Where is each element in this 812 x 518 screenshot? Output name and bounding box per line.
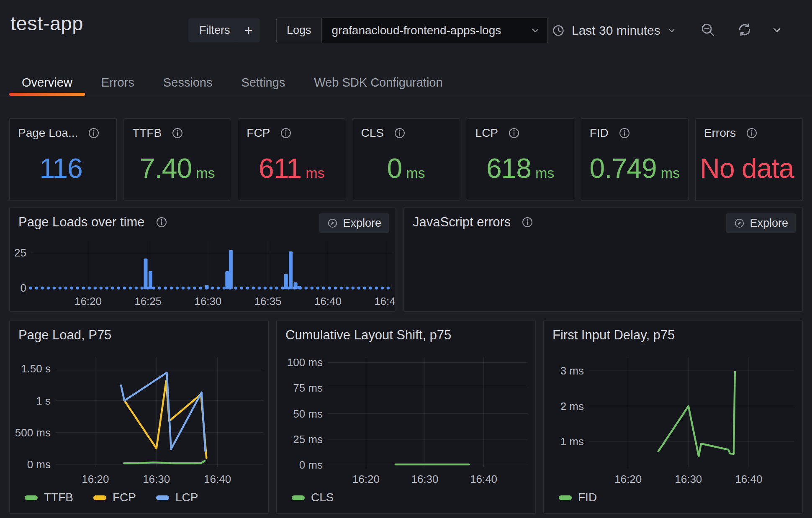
stat-value: 0 [387, 152, 402, 184]
tab-errors[interactable]: Errors [89, 71, 147, 94]
legend-item-lcp[interactable]: LCP [156, 491, 198, 504]
refresh-icon [737, 22, 753, 38]
info-icon[interactable] [280, 127, 292, 139]
chart-legend: FID [559, 491, 597, 504]
time-range-picker[interactable]: Last 30 minutes [552, 21, 676, 40]
cls-chart[interactable]: 16:2016:3016:400 ms25 ms50 ms75 ms100 ms [277, 321, 535, 513]
svg-text:16:40: 16:40 [314, 295, 342, 308]
info-icon[interactable] [618, 127, 631, 139]
svg-text:16:40: 16:40 [470, 473, 497, 485]
stat-value: 116 [39, 152, 82, 184]
stat-title: Page Loa... [18, 126, 78, 140]
svg-text:16:30: 16:30 [143, 473, 170, 485]
legend-item-fid[interactable]: FID [559, 491, 597, 504]
stat-value: 0.749 [590, 152, 657, 184]
filters-button[interactable]: Filters [188, 18, 241, 42]
svg-text:2 ms: 2 ms [560, 400, 584, 413]
page-loads-over-time-panel: Page Loads over time Explore 16:2016:251… [9, 207, 396, 312]
logs-datasource-select[interactable]: grafanacloud-frontend-apps-logs [322, 18, 548, 43]
info-icon[interactable] [393, 127, 406, 139]
tab-sessions[interactable]: Sessions [151, 71, 225, 94]
chart-legend: CLS [292, 491, 334, 504]
stat-title: Errors [704, 126, 736, 140]
svg-text:16:35: 16:35 [254, 295, 282, 308]
info-icon[interactable] [508, 127, 520, 139]
svg-text:16:30: 16:30 [411, 473, 438, 485]
stat-unit: ms [535, 165, 554, 181]
explore-label: Explore [750, 217, 788, 230]
svg-text:25: 25 [14, 246, 26, 259]
stat-value: 7.40 [140, 152, 192, 184]
first-input-delay-panel: First Input Delay, p75 16:2016:3016:401 … [543, 320, 803, 514]
zoom-out-button[interactable] [700, 22, 716, 39]
stat-value: No data [700, 152, 794, 184]
explore-label: Explore [343, 217, 381, 230]
page-load-p75-chart[interactable]: 16:2016:3016:400 ms500 ms1 s1.50 s [10, 321, 268, 513]
javascript-errors-panel: JavaScript errors Explore [403, 207, 803, 312]
svg-text:1 ms: 1 ms [560, 435, 584, 448]
time-range-label: Last 30 minutes [572, 23, 660, 38]
panel-title: Page Load, P75 [18, 328, 111, 343]
info-icon[interactable] [87, 127, 100, 139]
svg-text:16:25: 16:25 [134, 295, 162, 308]
zoom-out-icon [700, 22, 716, 38]
clock-icon [552, 24, 565, 37]
chevron-down-icon [530, 25, 541, 36]
svg-text:16:20: 16:20 [82, 473, 109, 485]
svg-text:16:40: 16:40 [204, 473, 231, 485]
explore-button[interactable]: Explore [319, 213, 389, 233]
logs-label: Logs [276, 18, 322, 43]
legend-item-ttfb[interactable]: TTFB [25, 491, 73, 504]
svg-text:75 ms: 75 ms [293, 382, 323, 394]
cumulative-layout-shift-panel: Cumulative Layout Shift, p75 16:2016:301… [276, 320, 536, 514]
compass-icon [327, 218, 338, 229]
tab-settings[interactable]: Settings [229, 71, 298, 94]
tab-label: Settings [241, 76, 285, 90]
stats-row: Page Loa... 116 TTFB 7.40ms FCP 611ms CL… [9, 118, 803, 201]
tabs-divider [0, 97, 812, 97]
svg-text:500 ms: 500 ms [15, 426, 51, 439]
panel-title: Cumulative Layout Shift, p75 [285, 328, 451, 343]
stat-title: FCP [247, 126, 270, 140]
info-icon[interactable] [171, 127, 184, 139]
compass-icon [734, 218, 745, 229]
stat-panel-page-loads: Page Loa... 116 [9, 118, 117, 201]
explore-button[interactable]: Explore [726, 213, 796, 233]
stat-panel-fid: FID 0.749ms [581, 118, 689, 201]
stat-title: CLS [361, 126, 383, 140]
chevron-down-icon [771, 24, 783, 36]
legend-item-fcp[interactable]: FCP [93, 491, 136, 504]
svg-text:100 ms: 100 ms [287, 356, 323, 369]
logs-datasource-value: grafanacloud-frontend-apps-logs [332, 24, 501, 37]
stat-value: 618 [486, 152, 531, 184]
refresh-button[interactable] [737, 22, 753, 39]
info-icon[interactable] [521, 216, 534, 228]
svg-text:0: 0 [21, 282, 26, 294]
logs-datasource-group: Logs grafanacloud-frontend-apps-logs [276, 18, 548, 43]
legend-item-cls[interactable]: CLS [292, 491, 334, 504]
tab-overview[interactable]: Overview [9, 71, 85, 94]
legend-swatch [93, 495, 106, 500]
dashboard-tabs: Overview Errors Sessions Settings Web SD… [9, 71, 455, 94]
svg-text:16:40: 16:40 [735, 473, 762, 485]
legend-swatch [25, 495, 38, 500]
legend-swatch [292, 495, 305, 500]
refresh-interval-dropdown[interactable] [771, 24, 783, 37]
svg-text:16:30: 16:30 [675, 473, 702, 485]
page-title: test-app [10, 12, 83, 35]
info-icon[interactable] [155, 216, 168, 228]
add-filter-button[interactable]: + [237, 18, 260, 42]
tab-label: Sessions [163, 76, 213, 90]
stat-panel-errors: Errors No data [695, 118, 803, 201]
stat-title: FID [590, 126, 609, 140]
stat-panel-ttfb: TTFB 7.40ms [123, 118, 231, 201]
legend-label: FID [578, 491, 597, 504]
stat-unit: ms [406, 165, 425, 181]
stat-panel-fcp: FCP 611ms [238, 118, 345, 201]
svg-text:50 ms: 50 ms [293, 408, 323, 420]
svg-text:0 ms: 0 ms [299, 459, 323, 471]
fid-chart[interactable]: 16:2016:3016:401 ms2 ms3 ms [544, 321, 802, 513]
tab-web-sdk-configuration[interactable]: Web SDK Configuration [301, 71, 455, 94]
info-icon[interactable] [745, 127, 758, 139]
stat-value: 611 [259, 152, 301, 184]
